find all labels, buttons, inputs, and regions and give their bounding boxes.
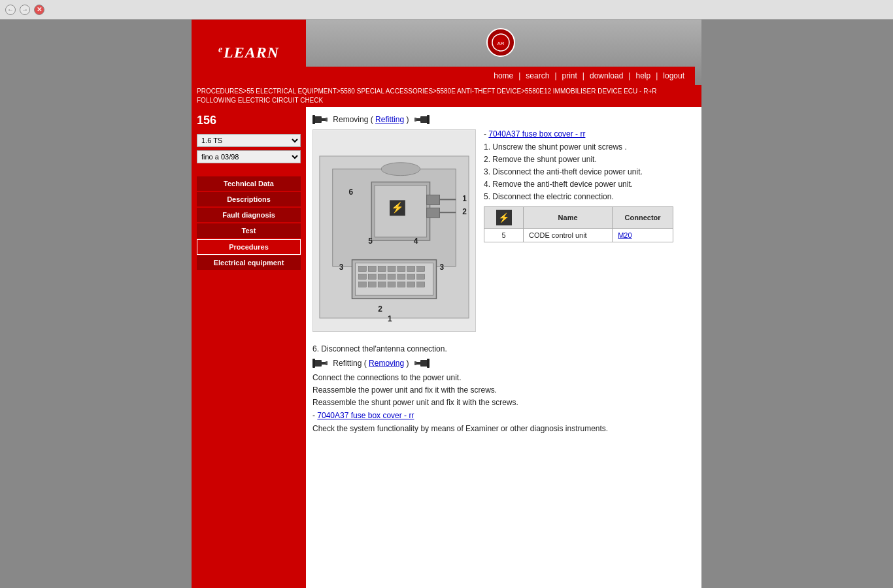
nav-help[interactable]: help	[632, 71, 654, 80]
nav-logout[interactable]: logout	[659, 71, 688, 80]
svg-rect-27	[407, 274, 415, 279]
refitting-header: Refitting ( Removing )	[312, 357, 695, 369]
svg-rect-32	[388, 282, 396, 287]
step-1: 1. Unscrew the shunt power unit screws .	[484, 142, 695, 152]
svg-rect-28	[417, 274, 425, 279]
nav-home[interactable]: home	[490, 71, 517, 80]
engine-select[interactable]: 1.6 TS	[197, 134, 301, 147]
svg-text:1: 1	[388, 314, 392, 323]
back-button[interactable]: ←	[5, 5, 16, 15]
table-cell-connector[interactable]: M20	[613, 229, 673, 242]
svg-rect-17	[378, 267, 386, 272]
svg-rect-29	[358, 282, 366, 287]
header-nav-area: AR home | search | print | download | he…	[306, 20, 701, 85]
table-cell-name: CODE control unit	[524, 229, 613, 242]
svg-rect-4	[326, 118, 328, 122]
table-row: 5 CODE control unit M20	[484, 229, 673, 242]
svg-text:6: 6	[349, 188, 354, 197]
model-number: 156	[197, 114, 301, 127]
svg-text:4: 4	[414, 237, 418, 246]
fuse-link-1-container: - 7040A37 fuse box cover - rr	[484, 129, 695, 139]
svg-rect-21	[417, 267, 425, 272]
svg-rect-60	[414, 361, 416, 365]
step-2: 2. Remove the shunt power unit.	[484, 155, 695, 164]
nav-print[interactable]: print	[558, 71, 581, 80]
sidebar-item-descriptions[interactable]: Descriptions	[197, 192, 301, 207]
connector-left-icon	[312, 114, 331, 125]
removing-label: Removing (	[331, 115, 375, 124]
content-area[interactable]: Removing ( Refitting )	[306, 107, 701, 588]
svg-rect-24	[378, 274, 386, 279]
engine-diagram: ⚡ 1 2 3 3 2 5 4	[313, 130, 475, 331]
svg-rect-34	[407, 282, 415, 287]
step-3: 3. Disconnect the anti-theft device powe…	[484, 167, 695, 176]
fuse-link-1[interactable]: 7040A37 fuse box cover - rr	[488, 129, 585, 139]
svg-rect-40	[427, 195, 440, 204]
svg-text:AR: AR	[497, 41, 504, 46]
sidebar-item-technical-data[interactable]: Technical Data	[197, 176, 301, 191]
svg-text:2: 2	[378, 304, 382, 314]
breadcrumb: PROCEDURES>55 ELECTRICAL EQUIPMENT>5580 …	[192, 85, 701, 107]
nav-download[interactable]: download	[586, 71, 627, 80]
connector-link-m20[interactable]: M20	[618, 231, 632, 239]
svg-rect-59	[416, 362, 420, 365]
sidebar-item-fault-diagnosis[interactable]: Fault diagnosis	[197, 208, 301, 223]
table-col-icon: ⚡	[484, 207, 524, 229]
svg-rect-22	[358, 274, 366, 279]
svg-rect-5	[312, 115, 315, 124]
svg-rect-55	[322, 362, 326, 365]
sidebar: 156 1.6 TS fino a 03/98 Technical Data D…	[192, 107, 306, 588]
header-nav: home | search | print | download | help …	[306, 67, 695, 85]
svg-rect-56	[326, 361, 328, 365]
forward-button[interactable]: →	[20, 5, 30, 15]
sidebar-item-electrical-equipment[interactable]: Electrical equipment	[197, 255, 301, 270]
final-step: Check the system functionality by means …	[312, 424, 695, 433]
refitting-link[interactable]: Refitting	[375, 115, 404, 124]
svg-rect-33	[397, 282, 405, 287]
svg-rect-16	[368, 267, 376, 272]
svg-rect-9	[427, 115, 430, 124]
fuse-link-2-container: - 7040A37 fuse box cover - rr	[312, 411, 695, 420]
svg-text:3: 3	[439, 263, 444, 272]
step-4: 4. Remove the anti-theft device power un…	[484, 180, 695, 189]
sidebar-item-procedures[interactable]: Procedures	[197, 239, 301, 255]
svg-rect-18	[388, 267, 396, 272]
svg-text:3: 3	[339, 263, 344, 272]
svg-rect-15	[358, 267, 366, 272]
diagram-container: ⚡ 1 2 3 3 2 5 4	[312, 129, 476, 332]
svg-rect-25	[388, 274, 396, 279]
main-layout: 156 1.6 TS fino a 03/98 Technical Data D…	[192, 107, 701, 588]
removing-link[interactable]: Removing	[369, 359, 404, 368]
connector-right-icon	[411, 114, 430, 125]
diagram-text-section: ⚡ 1 2 3 3 2 5 4	[312, 129, 695, 338]
text-content: - 7040A37 fuse box cover - rr 1. Unscrew…	[484, 129, 695, 248]
svg-rect-19	[397, 267, 405, 272]
svg-rect-26	[397, 274, 405, 279]
close-button[interactable]: ✕	[34, 5, 44, 15]
svg-text:1: 1	[462, 194, 467, 203]
refitting-step-1: Connect the connections to the power uni…	[312, 373, 695, 382]
date-select[interactable]: fino a 03/98	[197, 150, 301, 163]
fuse-link-2[interactable]: 7040A37 fuse box cover - rr	[317, 411, 414, 420]
nav-search[interactable]: search	[522, 71, 553, 80]
sidebar-menu: Technical Data Descriptions Fault diagno…	[197, 176, 301, 270]
svg-rect-57	[312, 359, 315, 368]
table-col-connector: Connector	[613, 207, 673, 229]
svg-text:2: 2	[462, 207, 467, 216]
elearn-logo-text: eLEARN	[218, 44, 279, 61]
connector-table: ⚡ Name Connector 5 CODE control unit	[484, 206, 673, 242]
sidebar-item-test[interactable]: Test	[197, 223, 301, 238]
svg-rect-20	[407, 267, 415, 272]
step-5: 5. Disconnect the electric connection.	[484, 192, 695, 201]
app-header: eLEARN AR home | search | print	[192, 20, 701, 85]
browser-chrome: ← → ✕	[0, 0, 893, 20]
svg-rect-31	[378, 282, 386, 287]
svg-text:⚡: ⚡	[391, 201, 404, 214]
app-container: eLEARN AR home | search | print	[192, 20, 701, 588]
removing-header: Removing ( Refitting )	[312, 114, 695, 125]
connector-right-icon-2	[411, 357, 430, 369]
svg-rect-61	[427, 359, 430, 368]
refitting-label: Refitting (	[331, 359, 369, 368]
svg-rect-7	[416, 118, 420, 121]
alfa-romeo-logo: AR	[486, 28, 515, 57]
